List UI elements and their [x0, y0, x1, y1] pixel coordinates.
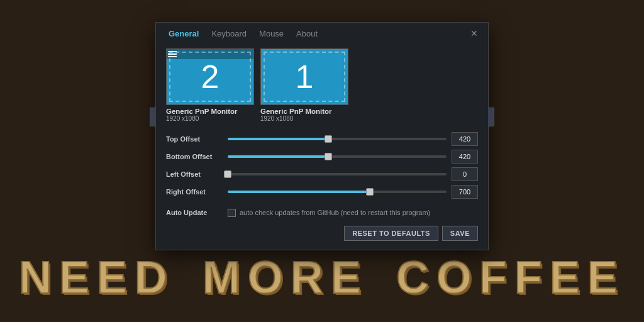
monitor-number-1: 1 [296, 60, 314, 93]
tab-bar: General Keyboard Mouse About [162, 26, 324, 41]
reset-defaults-button[interactable]: RESET TO DEFAULTS [344, 226, 438, 241]
monitor-item-2: 2 Generic PnP Monitor 1920 x1080 [166, 48, 254, 122]
slider-thumb-left[interactable] [224, 170, 231, 178]
auto-update-text: auto check updates from GitHub (need to … [240, 209, 430, 216]
slider-track-left [228, 173, 447, 175]
slider-fill-bottom [228, 155, 328, 158]
tab-general[interactable]: General [162, 26, 205, 41]
slider-value-left[interactable]: 0 [452, 167, 478, 181]
slider-track-top [228, 138, 447, 140]
slider-label-bottom: Bottom Offset [166, 153, 223, 160]
monitor-tile-1[interactable]: 1 [260, 48, 348, 105]
slider-value-top[interactable]: 420 [452, 132, 478, 146]
slider-row-right: Right Offset 700 [166, 185, 478, 199]
tab-keyboard[interactable]: Keyboard [205, 26, 253, 41]
bg-word-2: MORE [203, 252, 369, 303]
monitor-item-1: 1 Generic PnP Monitor 1920 x1080 [260, 48, 348, 122]
slider-track-bottom [228, 155, 447, 158]
monitor-res-2: 1920 x1080 [166, 115, 199, 122]
slider-label-left: Left Offset [166, 170, 223, 178]
title-bar: General Keyboard Mouse About ✕ [156, 23, 488, 41]
slider-label-top: Top Offset [166, 135, 223, 143]
bottom-buttons: RESET TO DEFAULTS SAVE [166, 226, 478, 241]
auto-update-label: Auto Update [166, 209, 223, 216]
background-text: NEED MORE COFFEE [15, 252, 629, 303]
auto-update-row: Auto Update auto check updates from GitH… [166, 206, 478, 217]
slider-thumb-top[interactable] [325, 135, 332, 143]
right-handle[interactable] [488, 108, 494, 126]
bg-word-1: NEED [19, 252, 175, 303]
close-button[interactable]: ✕ [467, 28, 482, 39]
slider-fill-right [228, 191, 370, 193]
settings-dialog: General Keyboard Mouse About ✕ 2 [155, 22, 489, 250]
slider-row-bottom: Bottom Offset 420 [166, 150, 478, 164]
slider-track-wrap-top[interactable] [228, 135, 447, 143]
monitor-res-1: 1920 x1080 [260, 115, 293, 122]
slider-value-right[interactable]: 700 [452, 185, 478, 199]
auto-update-checkbox[interactable] [228, 209, 236, 217]
slider-track-wrap-left[interactable] [228, 170, 447, 179]
bg-word-3: COFFEE [396, 252, 625, 303]
slider-track-wrap-right[interactable] [228, 187, 447, 196]
save-button[interactable]: SAVE [442, 226, 478, 241]
slider-label-right: Right Offset [166, 188, 223, 196]
monitor-label-2: Generic PnP Monitor [166, 108, 238, 115]
slider-value-bottom[interactable]: 420 [452, 150, 478, 164]
tab-mouse[interactable]: Mouse [253, 26, 290, 41]
monitor-number-2: 2 [201, 60, 219, 93]
monitors-row: 2 Generic PnP Monitor 1920 x1080 1 Gener… [166, 48, 478, 122]
slider-thumb-right[interactable] [366, 188, 374, 196]
sliders-section: Top Offset 420 Bottom Offset [166, 132, 478, 199]
checkbox-wrap[interactable]: auto check updates from GitHub (need to … [228, 209, 430, 217]
slider-fill-top [228, 138, 328, 140]
monitor-tile-2[interactable]: 2 [166, 48, 254, 105]
slider-row-top: Top Offset 420 [166, 132, 478, 146]
slider-track-right [228, 191, 447, 193]
tab-about[interactable]: About [290, 26, 324, 41]
left-handle[interactable] [150, 108, 156, 126]
dialog-body: 2 Generic PnP Monitor 1920 x1080 1 Gener… [156, 41, 488, 250]
monitor-label-1: Generic PnP Monitor [260, 108, 332, 115]
slider-thumb-bottom[interactable] [325, 153, 332, 160]
slider-row-left: Left Offset 0 [166, 167, 478, 181]
slider-track-wrap-bottom[interactable] [228, 152, 447, 161]
